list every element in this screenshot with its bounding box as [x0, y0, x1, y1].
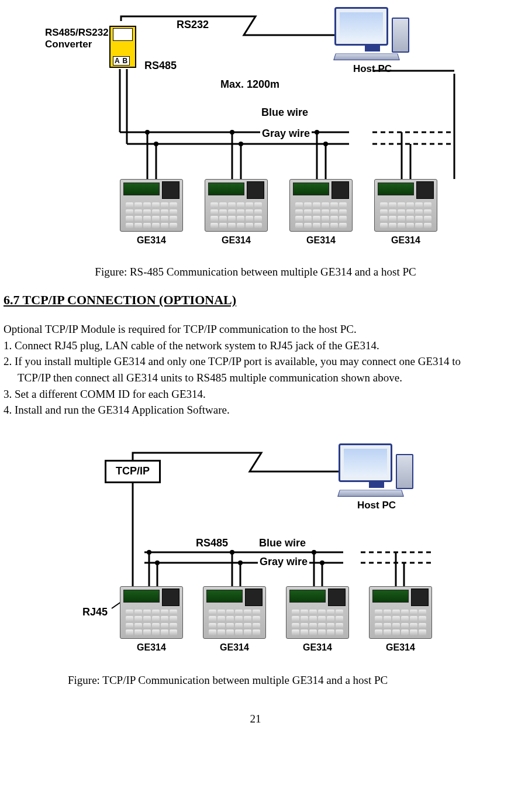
converter-port — [113, 28, 133, 41]
host-pc-label: Host PC — [334, 63, 410, 75]
svg-point-9 — [238, 560, 243, 565]
svg-point-1 — [154, 142, 158, 146]
label-blue-wire-2: Blue wire — [259, 537, 306, 549]
device-screen-icon — [123, 183, 160, 195]
converter-title-l1: RS485/RS232 — [45, 27, 109, 38]
device2-3: GE314 — [286, 586, 349, 653]
host-pc: Host PC — [334, 7, 410, 75]
device2-2-label: GE314 — [203, 642, 266, 653]
host-pc-2-label: Host PC — [339, 500, 415, 511]
svg-point-0 — [145, 130, 150, 135]
pc-tower-icon — [396, 454, 413, 489]
tcpip-box: TCP/IP — [105, 460, 161, 483]
section-p2b: TCP/IP then connect all GE314 units to R… — [4, 370, 507, 386]
device-reader-icon — [162, 181, 179, 199]
device-4: GE314 — [374, 179, 437, 246]
svg-point-7 — [155, 560, 160, 565]
device-3: GE314 — [289, 179, 353, 246]
device2-1-label: GE314 — [120, 642, 183, 653]
label-blue-wire: Blue wire — [261, 106, 308, 119]
figure-tcpip: TCP/IP RS485 Blue wire Gray wire RJ45 Ho… — [4, 441, 507, 663]
pc-tower-icon — [392, 18, 409, 53]
figure-rs485: A B RS485/RS232 Converter RS232 RS485 Ma… — [4, 4, 507, 255]
label-gray-wire-2: Gray wire — [258, 556, 309, 568]
pc-stand-icon — [365, 46, 380, 51]
svg-point-3 — [239, 142, 243, 146]
pc-keyboard-icon — [333, 53, 400, 60]
label-rs485: RS485 — [144, 60, 177, 72]
figure-tcpip-canvas: TCP/IP RS485 Blue wire Gray wire RJ45 Ho… — [57, 441, 454, 663]
label-rj45: RJ45 — [82, 606, 108, 618]
pc-monitor-icon — [339, 443, 392, 482]
pc-keyboard-icon — [337, 490, 404, 496]
section-p2a: 2. If you install multiple GE314 and onl… — [4, 354, 507, 369]
device2-2: GE314 — [203, 586, 266, 653]
device-2: GE314 — [205, 179, 268, 246]
device2-4-label: GE314 — [369, 642, 432, 653]
label-rs485-2: RS485 — [196, 537, 228, 549]
converter-title-l2: Converter — [45, 39, 92, 50]
label-rs232: RS232 — [177, 19, 209, 31]
device-3-label: GE314 — [289, 235, 353, 246]
converter-ab-label: A B — [113, 56, 130, 66]
section-p0: Optional TCP/IP Module is required for T… — [4, 322, 507, 337]
section-p4: 4. Install and run the GE314 Application… — [4, 402, 507, 418]
label-gray-wire: Gray wire — [260, 128, 312, 140]
tcpip-box-label: TCP/IP — [116, 465, 150, 477]
svg-point-8 — [230, 550, 234, 555]
svg-point-10 — [312, 550, 316, 555]
svg-point-4 — [315, 130, 319, 135]
svg-point-2 — [230, 130, 234, 135]
converter-title: RS485/RS232 Converter — [45, 27, 109, 50]
converter-box: A B — [109, 26, 136, 68]
host-pc-2: Host PC — [339, 443, 415, 511]
section-heading: 6.7 TCP/IP CONNECTION (OPTIONAL) — [4, 293, 507, 308]
pc-monitor-icon — [334, 7, 388, 46]
figure1-caption: Figure: RS-485 Communication between mul… — [4, 266, 507, 278]
section-p3: 3. Set a different COMM ID for each GE31… — [4, 387, 507, 402]
svg-point-11 — [320, 560, 324, 565]
device2-3-label: GE314 — [286, 642, 349, 653]
figure-rs485-canvas: A B RS485/RS232 Converter RS232 RS485 Ma… — [45, 4, 466, 255]
svg-point-5 — [323, 142, 328, 146]
page-number: 21 — [4, 713, 507, 725]
device-body-icon — [120, 179, 183, 232]
device-4-label: GE314 — [374, 235, 437, 246]
svg-point-6 — [147, 550, 151, 555]
device-2-label: GE314 — [205, 235, 268, 246]
device-1: GE314 — [120, 179, 183, 246]
pc-stand-icon — [369, 482, 384, 488]
device2-4: GE314 — [369, 586, 432, 653]
section-p1: 1. Connect RJ45 plug, LAN cable of the n… — [4, 338, 507, 353]
device-1-label: GE314 — [120, 235, 183, 246]
label-max: Max. 1200m — [220, 78, 279, 91]
figure2-caption: Figure: TCP/IP Communication between mul… — [4, 674, 507, 687]
device-keypad-icon — [126, 202, 177, 228]
device2-1: GE314 — [120, 586, 183, 653]
